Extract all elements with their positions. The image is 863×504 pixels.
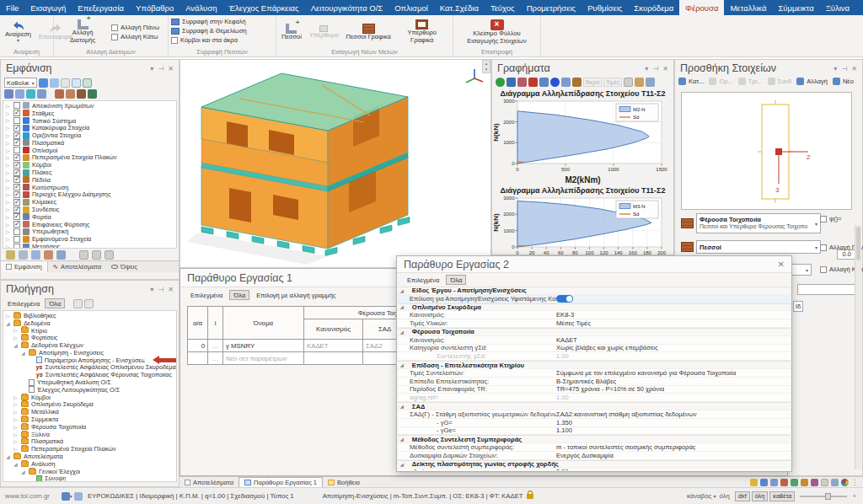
page-icon[interactable] <box>821 479 828 486</box>
panel-close-icon[interactable]: ✕ <box>851 65 857 72</box>
property-section[interactable]: Δείκτης πλαστιμότητας γωνίας στροφής χορ… <box>398 460 791 469</box>
menu-item-3[interactable]: Υπόβαθρο <box>130 0 180 15</box>
property-section[interactable]: Είδος Έργου - Αποτίμηση/Ενισχύσεις <box>398 287 791 295</box>
nav-tree-item[interactable]: ▷Μεταλλικά <box>3 408 176 416</box>
view-all-label[interactable]: όλη <box>720 492 730 500</box>
display-tree-item[interactable]: ▷Πλάκες <box>3 169 176 176</box>
website-link[interactable]: www.tol.com.gr <box>5 492 50 500</box>
property-row[interactable]: - γGe=1.100 <box>398 427 791 436</box>
material-dropdown[interactable]: Φέρουσα Τοιχοποιία Πεσσοί και Υπέρθυρα Φ… <box>681 213 821 233</box>
ww2-tab-selected[interactable]: Επιλεγμένα <box>404 275 442 285</box>
ww1-tab-selected[interactable]: Επιλεγμένα <box>187 290 226 300</box>
property-row[interactable]: Περίοδος Επαναφοράς TR:TR=475 χρόνια - P… <box>398 386 791 394</box>
nav-tree-item[interactable]: ◢Ανάλυση <box>3 460 176 468</box>
property-row[interactable]: ΣΑΔ(Γ) - Στάθμη αξιοπιστίας γεωμετρικών … <box>398 410 791 419</box>
property-row[interactable]: Κατηγορία συντελεστή γΣd:Χωρίς βλάβες κα… <box>398 345 791 353</box>
add-toolbar-button[interactable]: Αλλαγή <box>796 78 828 85</box>
interaction-chart-m2n[interactable]: 0500100015000100020003000N(kN)M2-NSd <box>492 98 670 174</box>
export-icon[interactable] <box>801 479 808 486</box>
menu-item-14[interactable]: Μεταλλικά <box>724 0 772 15</box>
add-panel-scrollbar[interactable] <box>855 225 861 469</box>
nav-tab-all[interactable]: Όλα <box>45 298 65 308</box>
add-toolbar-button[interactable]: Ορ... <box>709 78 732 85</box>
toggle-switch[interactable] <box>556 295 573 303</box>
undo-caret-icon[interactable]: ▾ <box>17 38 19 44</box>
view-3d-icon[interactable] <box>4 89 13 99</box>
section-sketch-canvas[interactable]: 2 3 <box>681 92 852 210</box>
menu-item-16[interactable]: Ξύλινα <box>820 0 855 15</box>
visibility-checkbox[interactable] <box>13 221 20 228</box>
zoom-in-icon[interactable]: + <box>852 492 856 500</box>
piers-graphic-button[interactable]: Πεσσοί Γραφικά <box>344 23 394 42</box>
menu-item-12[interactable]: Σκυρόδεμα <box>628 0 679 15</box>
display-tree-item[interactable]: ▷Κατακόρυφα Στοιχεία <box>3 124 176 131</box>
value-input[interactable] <box>797 284 856 295</box>
save-chart-icon[interactable] <box>646 78 655 87</box>
property-row[interactable]: Δυσκαμψία Δομικών Στοιχείων:Ενεργός Δυσκ… <box>398 452 791 460</box>
property-section[interactable]: Φέρουσα Τοιχοποιία <box>398 328 791 336</box>
house-side-icon[interactable] <box>66 89 75 99</box>
menu-item-15[interactable]: Σύμμεικτα <box>772 0 819 15</box>
extremes-button[interactable]: Άκρα <box>583 78 602 87</box>
panel-menu-icon[interactable]: ▾ <box>834 65 837 72</box>
flag-red-icon[interactable] <box>528 78 538 87</box>
stitch-foundation-button[interactable]: Συρραφή & Θεμελίωση <box>171 27 247 35</box>
nav-tab-selected[interactable]: Επιλεγμένα <box>4 298 43 308</box>
panel-pin-icon[interactable]: ⊣ <box>158 65 163 72</box>
menu-item-7[interactable]: Οπλισμοί <box>389 0 434 15</box>
pier-type-dropdown[interactable]: Πεσσοί ▾ <box>681 240 821 254</box>
menu-item-9[interactable]: Τεύχος <box>485 0 521 15</box>
add-toolbar-button[interactable]: Συνδ <box>768 78 792 85</box>
display-tree-item[interactable]: ▷Μετρήσεις <box>3 243 176 249</box>
visibility-checkbox[interactable] <box>13 176 20 183</box>
panel-menu-icon[interactable]: ▾ <box>150 65 153 72</box>
nav-tree-item[interactable]: Παράμετροι Αποτίμησης - Ενισχύσεων <box>3 357 176 364</box>
piers-button[interactable]: Πεσσοί <box>279 23 304 42</box>
nav-tree-item[interactable]: ▷Βιβλιοθήκες <box>3 312 176 319</box>
display-tree-item[interactable]: ▷Πέδιλα <box>3 176 176 184</box>
property-row[interactable]: αg/αg,ref=1.00 <box>398 394 791 402</box>
surface-icon[interactable] <box>561 78 571 87</box>
display-tree-item[interactable]: ▷Φορτία <box>3 213 176 221</box>
property-row[interactable]: Μέθοδος συντελεστή συμπεριφοράς:m - τοπι… <box>398 443 791 452</box>
layers-icon[interactable] <box>760 479 768 486</box>
nav-tree-item[interactable]: γsΣυντελεστές Ασφάλειας Οπλισμένου Σκυρο… <box>3 364 176 372</box>
property-row[interactable]: Επίπεδο Επιτελεστικότητας:Β-Σημαντικές Β… <box>398 378 791 386</box>
visibility-checkbox[interactable] <box>13 162 20 169</box>
display-tree-item[interactable]: ▷Κλίμακες <box>3 198 176 206</box>
menu-item-2[interactable]: Επεξεργασία <box>72 0 130 15</box>
ww2-tab-all[interactable]: Όλα <box>446 275 466 285</box>
visibility-checkbox[interactable] <box>13 154 20 161</box>
property-row[interactable]: Τιμές Συντελεστών:Σύμφωνα με τον επιλεγμ… <box>398 369 791 378</box>
panel-close-icon[interactable]: ✕ <box>168 65 174 72</box>
nodes-at-ends-checkbox[interactable]: Κόμβοι και στα άκρα <box>171 36 247 44</box>
values-button[interactable]: Τιμές <box>603 78 622 87</box>
menu-item-11[interactable]: Ρυθμίσεις <box>582 0 628 15</box>
tool-8-icon[interactable] <box>105 250 114 260</box>
house-front-icon[interactable] <box>55 89 64 99</box>
property-row[interactable]: Κανονισμός:ΕΚ8-3 <box>398 311 791 319</box>
panel-pin-icon[interactable]: ⊣ <box>652 65 658 72</box>
view-render-icon[interactable] <box>37 89 46 99</box>
nav-window-icon[interactable] <box>73 299 83 308</box>
nav-tree-item[interactable]: ▷Κτίριο <box>3 327 176 335</box>
zoom-window-icon[interactable] <box>83 78 92 88</box>
display-tree-item[interactable]: ▷Επιφάνειες Φόρτισης <box>3 221 176 228</box>
ww1-tab-row-change[interactable]: Επιλογή με αλλαγή γραμμής <box>253 290 339 300</box>
change-top-checkbox[interactable]: Αλλαγή Πάνω <box>111 24 159 31</box>
refresh-icon[interactable] <box>496 78 505 87</box>
close-icon[interactable]: ✕ <box>778 260 785 269</box>
house-top-icon[interactable] <box>88 89 97 99</box>
property-section[interactable]: ΣΑΔ <box>398 402 791 410</box>
panel-menu-icon[interactable]: ▾ <box>150 286 153 293</box>
overflow-icon[interactable]: ⋮ <box>851 479 858 486</box>
display-tree-item[interactable]: ▷Απεικόνιση Χρωμάτων <box>3 102 176 110</box>
view-solid-icon[interactable] <box>26 89 35 99</box>
display-tree-item[interactable]: ▷Υπερωθητική <box>3 228 176 236</box>
visibility-checkbox[interactable] <box>13 110 20 116</box>
property-row[interactable]: Επίλυση για Αποτίμηση/Ενισχύσεις Υφιστάμ… <box>398 295 791 303</box>
list-icon[interactable] <box>74 492 83 501</box>
view-splitter-handle[interactable]: ▴▾ <box>482 60 490 73</box>
vertical-toggle[interactable]: καθέτα <box>769 491 795 501</box>
nav-tree-item[interactable]: ▷Κόμβοι <box>3 394 176 401</box>
